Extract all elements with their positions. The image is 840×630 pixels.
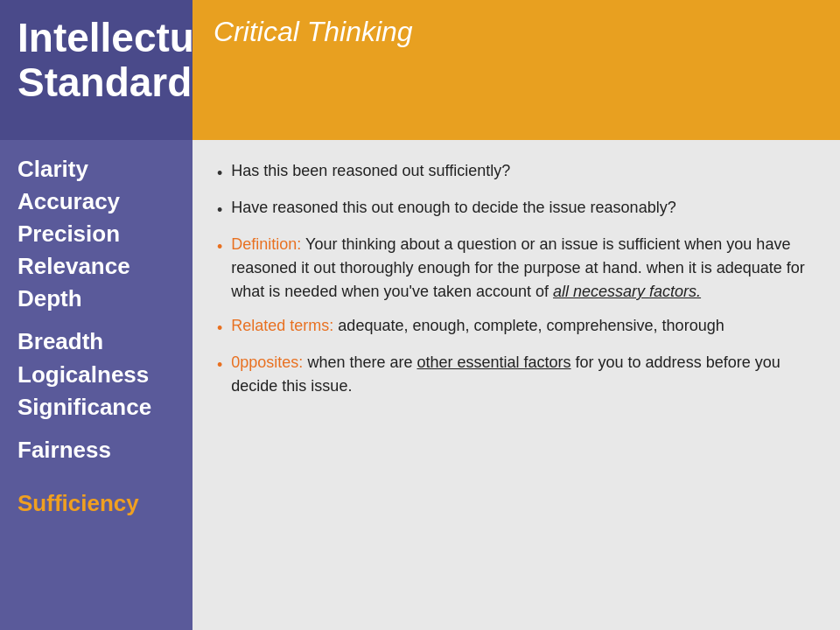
sidebar-item-significance[interactable]: Significance (18, 392, 184, 423)
bullet-icon-2: • (217, 199, 222, 222)
bullet-text-5: 0pposites: when there are other essentia… (231, 351, 816, 398)
all-necessary-factors: all necessary factors. (553, 283, 701, 300)
bullet-text-2: Have reasoned this out enough to decide … (231, 196, 676, 220)
related-terms-label: Related terms: (231, 317, 333, 334)
bullet-icon-3: • (217, 235, 222, 259)
sidebar-spacer (18, 316, 184, 325)
sidebar: Clarity Accuracy Precision Relevance Dep… (0, 140, 192, 630)
bullet-list: • Has this been reasoned out sufficientl… (217, 159, 816, 398)
bullet-item-1: • Has this been reasoned out sufficientl… (217, 159, 816, 186)
sidebar-spacer4 (18, 478, 184, 486)
bullet-text-1: Has this been reasoned out sufficiently? (231, 159, 510, 183)
bullet-item-3: • Definition: Your thinking about a ques… (217, 233, 816, 304)
bullet-item-4: • Related terms: adequate, enough, compl… (217, 314, 816, 340)
opposites-label: 0pposites: (231, 354, 303, 371)
sidebar-item-fairness[interactable]: Fairness (18, 435, 184, 466)
bullet-item-5: • 0pposites: when there are other essent… (217, 351, 816, 398)
sidebar-item-accuracy[interactable]: Accuracy (18, 186, 184, 217)
bullet-item-2: • Have reasoned this out enough to decid… (217, 196, 816, 222)
sidebar-item-breadth[interactable]: Breadth (18, 326, 184, 357)
body: Clarity Accuracy Precision Relevance Dep… (0, 140, 840, 630)
bullet-icon-4: • (217, 317, 222, 340)
subtitle: Critical Thinking (214, 16, 413, 48)
bullet-text-4: Related terms: adequate, enough, complet… (231, 314, 724, 338)
header-title-panel: IntellectualStandards (0, 0, 192, 140)
sidebar-item-logicalness[interactable]: Logicalness (18, 360, 184, 390)
sidebar-spacer3 (18, 467, 184, 476)
bullet-text-3: Definition: Your thinking about a questi… (231, 233, 816, 304)
main-container: IntellectualStandards Critical Thinking … (0, 0, 840, 630)
sidebar-item-relevance[interactable]: Relevance (18, 251, 184, 282)
sidebar-spacer2 (18, 424, 184, 433)
header-subtitle-panel: Critical Thinking (192, 0, 840, 140)
bullet-icon-1: • (217, 162, 222, 186)
other-essential-factors: other essential factors (416, 354, 570, 371)
main-content: • Has this been reasoned out sufficientl… (192, 140, 840, 630)
bullet-icon-5: • (217, 354, 222, 377)
sidebar-item-sufficiency[interactable]: Sufficiency (18, 488, 184, 519)
definition-label: Definition: (231, 235, 301, 253)
sidebar-item-precision[interactable]: Precision (18, 219, 184, 249)
sidebar-item-depth[interactable]: Depth (18, 284, 184, 314)
header: IntellectualStandards Critical Thinking (0, 0, 840, 140)
sidebar-item-clarity[interactable]: Clarity (18, 154, 184, 185)
